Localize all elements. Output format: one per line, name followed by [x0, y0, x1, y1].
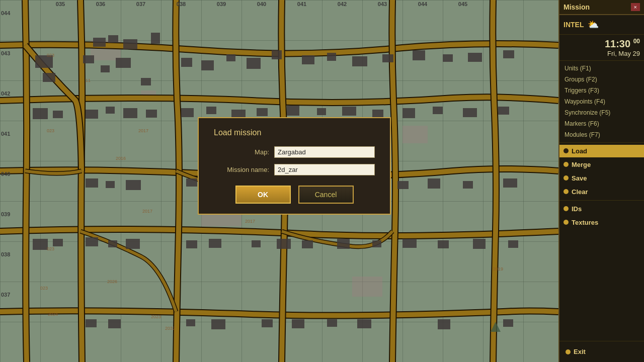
clear-button[interactable]: Clear	[559, 186, 644, 198]
exit-section: Exit	[559, 341, 644, 362]
load-button[interactable]: Load	[559, 145, 644, 157]
merge-label: Merge	[572, 161, 591, 168]
exit-label: Exit	[574, 348, 586, 355]
save-dot	[564, 175, 569, 180]
menu-section: Units (F1) Groups (F2) Triggers (F3) Way…	[559, 61, 644, 143]
ids-label: IDs	[572, 205, 582, 213]
load-label: Load	[572, 147, 587, 155]
intel-section: INTEL ⛅	[559, 15, 644, 35]
load-dialog: Load mission Map: Mission name: OK Cance…	[198, 117, 391, 215]
date-display: Fri, May 29	[564, 50, 640, 57]
dialog-title: Load mission	[214, 128, 375, 137]
menu-item-units[interactable]: Units (F1)	[559, 63, 644, 74]
save-button[interactable]: Save	[559, 172, 644, 185]
weather-icon: ⛅	[588, 19, 599, 30]
map-input[interactable]	[274, 146, 375, 158]
dialog-overlay: Load mission Map: Mission name: OK Cance…	[0, 0, 558, 362]
time-section: 11:30 00 Fri, May 29	[559, 35, 644, 61]
mission-name-field: Mission name:	[214, 164, 375, 175]
time-value: 11:30	[605, 38, 630, 49]
mission-name-label: Mission name:	[214, 166, 269, 173]
menu-item-triggers[interactable]: Triggers (F3)	[559, 85, 644, 96]
textures-button[interactable]: Textures	[559, 216, 644, 229]
textures-dot	[564, 220, 569, 225]
map-field: Map:	[214, 146, 375, 158]
textures-label: Textures	[572, 219, 598, 226]
mission-close-button[interactable]: ×	[631, 3, 640, 11]
action-section: Load Merge Save Clear	[559, 143, 644, 200]
map-label: Map:	[214, 148, 269, 156]
menu-item-waypoints[interactable]: Waypoints (F4)	[559, 96, 644, 107]
mission-name-input[interactable]	[274, 164, 375, 175]
sub-section: IDs Textures	[559, 200, 644, 231]
exit-dot	[566, 349, 571, 354]
load-dot	[564, 148, 569, 153]
menu-item-synchronize[interactable]: Synchronize (F5)	[559, 107, 644, 118]
time-display: 11:30 00	[564, 38, 640, 50]
clear-dot	[564, 189, 569, 194]
save-label: Save	[572, 174, 587, 182]
exit-button[interactable]: Exit	[564, 345, 640, 358]
mission-header: Mission ×	[559, 0, 644, 15]
ids-button[interactable]: IDs	[559, 203, 644, 215]
time-suffix: 00	[633, 38, 640, 45]
intel-label: INTEL	[564, 21, 584, 29]
merge-button[interactable]: Merge	[559, 158, 644, 171]
merge-dot	[564, 162, 569, 167]
map-area: 035 036 037 038 039 040 041 042 043 044 …	[0, 0, 558, 362]
mission-title: Mission	[564, 3, 590, 11]
right-panel: Mission × INTEL ⛅ 11:30 00 Fri, May 29 U…	[558, 0, 644, 362]
menu-item-groups[interactable]: Groups (F2)	[559, 74, 644, 85]
clear-label: Clear	[572, 188, 588, 196]
ok-button[interactable]: OK	[235, 186, 291, 204]
cancel-button[interactable]: Cancel	[298, 186, 354, 204]
dialog-buttons: OK Cancel	[214, 186, 375, 204]
menu-item-modules[interactable]: Modules (F7)	[559, 129, 644, 140]
ids-dot	[564, 206, 569, 211]
menu-item-markers[interactable]: Markers (F6)	[559, 118, 644, 129]
